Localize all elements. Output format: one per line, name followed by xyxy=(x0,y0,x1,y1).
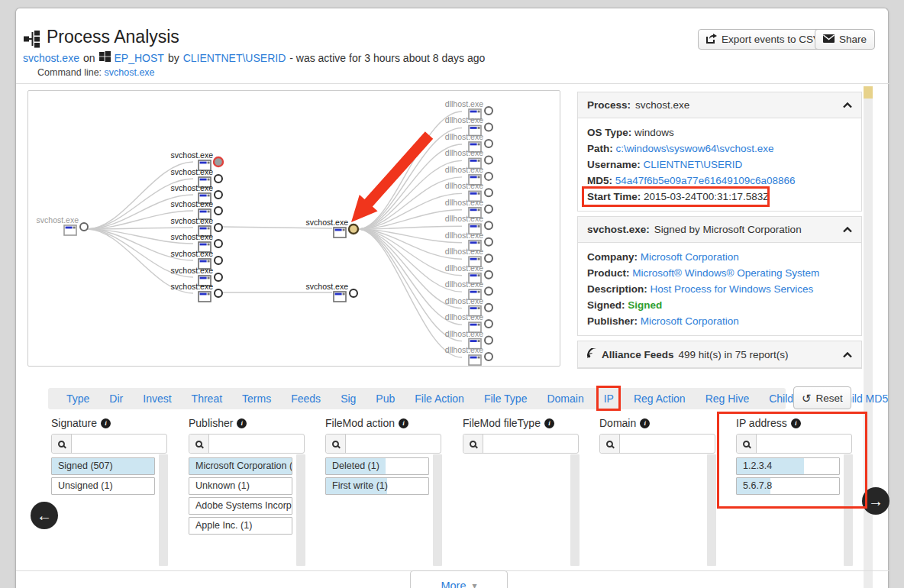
node-dot[interactable] xyxy=(485,221,492,229)
selected-node-dot[interactable] xyxy=(349,225,358,234)
facet-item[interactable]: 5.6.7.8 xyxy=(736,477,840,495)
tab-domain[interactable]: Domain xyxy=(547,393,583,405)
details-section-header[interactable]: svchost.exe:Signed by Microsoft Corporat… xyxy=(578,217,861,243)
more-button[interactable]: More ▾ xyxy=(410,570,508,588)
process-node-svchost[interactable]: svchost.exe xyxy=(171,282,222,302)
node-dot[interactable] xyxy=(485,271,492,279)
detail-value[interactable]: c:\windows\syswow64\svchost.exe xyxy=(616,143,774,154)
node-dot[interactable] xyxy=(485,189,492,196)
facet-scrollbar[interactable] xyxy=(159,454,168,566)
facet-scrollbar[interactable] xyxy=(707,454,716,566)
node-dot[interactable] xyxy=(485,254,492,262)
chevron-up-icon[interactable] xyxy=(843,349,852,360)
host-link[interactable]: EP_HOST xyxy=(115,52,164,64)
detail-value[interactable]: 54a47f6b5e09a77e61649109c6a08866 xyxy=(615,175,796,186)
process-node-svchost[interactable]: svchost.exe xyxy=(37,215,88,235)
facets-next-button[interactable]: → xyxy=(862,487,889,515)
facet-item[interactable]: First write (1) xyxy=(325,477,429,495)
process-name-link[interactable]: svchost.exe xyxy=(23,52,79,64)
tab-file-type[interactable]: File Type xyxy=(484,393,528,405)
facet-scrollbar[interactable] xyxy=(433,454,442,566)
node-dot[interactable] xyxy=(215,257,222,264)
facet-search-input[interactable] xyxy=(620,435,715,453)
detail-value[interactable]: Host Process for Windows Services xyxy=(651,283,814,295)
tab-threat[interactable]: Threat xyxy=(192,393,222,405)
node-dot[interactable] xyxy=(485,107,492,115)
node-dot[interactable] xyxy=(485,353,492,360)
facet-item[interactable]: Unsigned (1) xyxy=(51,477,155,495)
tab-dir[interactable]: Dir xyxy=(109,393,123,405)
detail-row: Username: CLIENTNET\USERID xyxy=(587,157,852,173)
detail-value[interactable]: CLIENTNET\USERID xyxy=(644,159,743,170)
node-dot[interactable] xyxy=(485,320,492,328)
tab-ip[interactable]: IP xyxy=(604,393,614,405)
alert-node-dot[interactable] xyxy=(214,157,223,166)
facet-search-input[interactable] xyxy=(346,435,441,453)
tab-invest[interactable]: Invest xyxy=(143,393,171,405)
detail-value[interactable]: Microsoft® Windows® Operating System xyxy=(632,267,819,279)
node-dot[interactable] xyxy=(485,140,492,147)
node-dot[interactable] xyxy=(215,175,222,183)
facets-prev-button[interactable]: ← xyxy=(31,502,58,529)
node-dot[interactable] xyxy=(485,304,492,312)
node-dot[interactable] xyxy=(485,337,492,344)
detail-value[interactable]: Microsoft Corporation xyxy=(641,315,739,327)
node-dot[interactable] xyxy=(485,287,492,295)
facet-item[interactable]: Unknown (1) xyxy=(189,477,292,495)
facet-item[interactable]: Microsoft Corporation (505) xyxy=(189,457,292,475)
node-dot[interactable] xyxy=(215,240,222,247)
facet-search-input[interactable] xyxy=(72,435,166,453)
chevron-up-icon[interactable] xyxy=(843,99,852,111)
node-dot[interactable] xyxy=(215,207,222,215)
facet-item[interactable]: 1.2.3.4 xyxy=(736,457,840,475)
node-dot[interactable] xyxy=(485,205,492,213)
tab-pub[interactable]: Pub xyxy=(376,393,395,405)
facet-item[interactable]: Adobe Systems Incorporate xyxy=(189,497,292,515)
info-icon[interactable]: i xyxy=(544,418,554,428)
tab-reg-action[interactable]: Reg Action xyxy=(634,393,686,405)
info-icon[interactable]: i xyxy=(791,418,801,428)
tab-file-action[interactable]: File Action xyxy=(415,393,464,405)
share-button[interactable]: Share xyxy=(815,29,875,50)
facet-item[interactable]: Apple Inc. (1) xyxy=(189,517,292,535)
facet-search-input[interactable] xyxy=(483,435,578,453)
facet-search-input[interactable] xyxy=(757,435,851,453)
tab-feeds[interactable]: Feeds xyxy=(291,393,321,405)
node-dot[interactable] xyxy=(215,273,222,281)
username-link[interactable]: CLIENTNET\USERID xyxy=(183,52,286,64)
tab-terms[interactable]: Terms xyxy=(242,393,271,405)
node-dot[interactable] xyxy=(485,123,492,131)
export-events-button[interactable]: Export events to CSV xyxy=(698,29,828,50)
tab-sig[interactable]: Sig xyxy=(341,393,356,405)
node-dot[interactable] xyxy=(485,238,492,246)
node-dot[interactable] xyxy=(215,191,222,199)
info-icon[interactable]: i xyxy=(399,418,408,428)
process-graph-canvas[interactable]: svchost.exesvchost.exesvchost.exesvchost… xyxy=(27,90,560,367)
command-line-value[interactable]: svchost.exe xyxy=(105,67,155,78)
tab-type[interactable]: Type xyxy=(66,393,89,405)
details-section-header[interactable]: Process:svchost.exe xyxy=(578,92,861,118)
node-dot[interactable] xyxy=(485,156,492,163)
facet-scrollbar[interactable] xyxy=(296,454,305,566)
facet-item[interactable]: Signed (507) xyxy=(51,457,155,475)
reset-button[interactable]: ↺ Reset xyxy=(793,386,851,409)
facet-scrollbar[interactable] xyxy=(570,454,580,566)
facet-search-input[interactable] xyxy=(209,435,304,453)
node-dot[interactable] xyxy=(350,289,357,297)
panel-scrollbar-thumb[interactable] xyxy=(864,86,873,99)
tab-reg-hive[interactable]: Reg Hive xyxy=(705,393,750,405)
node-dot[interactable] xyxy=(215,289,222,297)
info-icon[interactable]: i xyxy=(101,418,111,428)
process-node-svchost[interactable]: svchost.exe xyxy=(306,282,357,302)
facet-item-label: Unsigned (1) xyxy=(52,478,154,494)
facet-item[interactable]: Deleted (1) xyxy=(325,457,429,475)
info-icon[interactable]: i xyxy=(640,418,650,428)
detail-value[interactable]: Microsoft Corporation xyxy=(641,251,739,263)
info-icon[interactable]: i xyxy=(237,418,247,428)
node-dot[interactable] xyxy=(485,173,492,180)
node-dot[interactable] xyxy=(215,224,222,231)
facet-scrollbar[interactable] xyxy=(844,454,853,566)
details-section-header[interactable]: Alliance Feeds499 hit(s) in 75 report(s) xyxy=(578,341,861,368)
chevron-up-icon[interactable] xyxy=(843,224,852,235)
node-dot[interactable] xyxy=(80,223,88,231)
